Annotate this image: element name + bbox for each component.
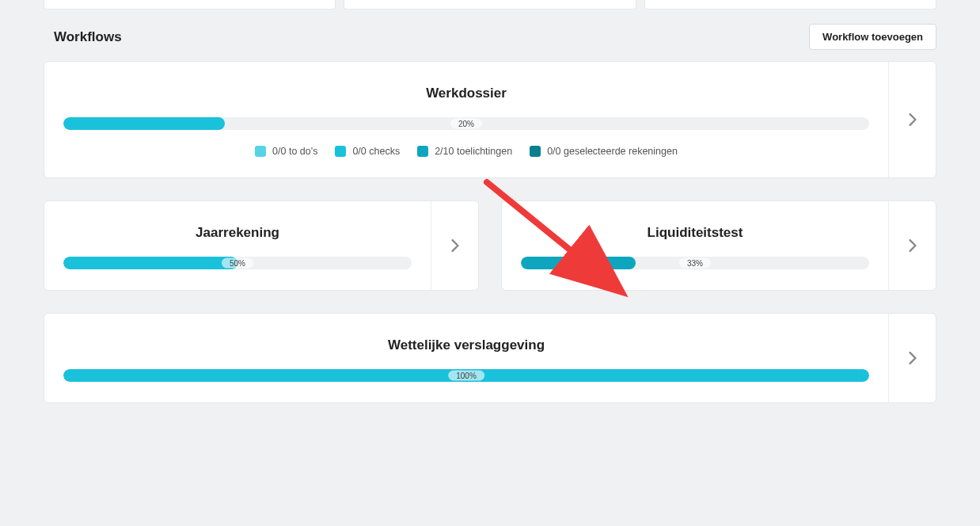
workflow-card-jaarrekening: Jaarrekening 50% (44, 200, 479, 291)
card-row: Jaarrekening 50% Liquiditeitstest 33% (44, 200, 936, 313)
progress-fill (521, 257, 636, 269)
top-card-stubs (0, 0, 980, 10)
progress-fill (63, 117, 225, 130)
expand-button[interactable] (888, 314, 936, 402)
legend-label: 2/10 toelichtingen (435, 146, 512, 157)
card-title: Liquiditeitstest (648, 225, 743, 241)
chevron-right-icon (909, 352, 917, 364)
legend: 0/0 to do's 0/0 checks 2/10 toelichtinge… (255, 146, 678, 157)
progress-bar: 20% (63, 117, 869, 130)
progress-percent-badge: 33% (679, 258, 711, 269)
progress-bar: 100% (63, 369, 869, 382)
expand-button[interactable] (888, 201, 936, 290)
legend-item-toelichtingen: 2/10 toelichtingen (417, 146, 512, 157)
chevron-right-icon (451, 239, 459, 252)
legend-label: 0/0 to do's (272, 146, 317, 157)
progress-fill (63, 257, 237, 269)
stub-card (644, 0, 936, 10)
workflow-card-werkdossier: Werkdossier 20% 0/0 to do's 0/0 checks 2… (44, 61, 936, 178)
section-header: Workflows Workflow toevoegen (0, 10, 980, 61)
progress-bar: 33% (521, 257, 869, 269)
expand-button[interactable] (888, 62, 936, 177)
card-title: Jaarrekening (196, 225, 279, 241)
card-body: Werkdossier 20% 0/0 to do's 0/0 checks 2… (44, 62, 888, 177)
legend-label: 0/0 geselecteerde rekeningen (547, 146, 678, 157)
chevron-right-icon (909, 239, 917, 252)
card-body: Wettelijke verslaggeving 100% (44, 314, 888, 402)
workflow-card-wettelijke: Wettelijke verslaggeving 100% (44, 313, 936, 403)
legend-label: 0/0 checks (352, 146, 400, 157)
add-workflow-button[interactable]: Workflow toevoegen (809, 24, 936, 50)
section-title: Workflows (54, 29, 122, 45)
legend-item-geselecteerde: 0/0 geselecteerde rekeningen (530, 146, 678, 157)
legend-swatch (417, 146, 428, 157)
stub-card (344, 0, 636, 10)
legend-swatch (255, 146, 266, 157)
card-body: Jaarrekening 50% (44, 201, 431, 290)
card-row: Wettelijke verslaggeving 100% (44, 313, 936, 425)
legend-swatch (335, 146, 346, 157)
card-title: Werkdossier (426, 86, 507, 101)
workflow-card-liquiditeitstest: Liquiditeitstest 33% (501, 200, 936, 291)
progress-percent-badge: 50% (222, 258, 253, 269)
legend-item-checks: 0/0 checks (335, 146, 400, 157)
legend-item-todos: 0/0 to do's (255, 146, 317, 157)
progress-percent-badge: 20% (450, 119, 482, 129)
expand-button[interactable] (431, 201, 478, 290)
legend-swatch (530, 146, 541, 157)
progress-percent-badge: 100% (448, 371, 484, 381)
chevron-right-icon (909, 113, 917, 126)
stub-card (44, 0, 336, 10)
card-title: Wettelijke verslaggeving (388, 337, 545, 353)
progress-bar: 50% (63, 257, 412, 269)
card-body: Liquiditeitstest 33% (502, 201, 888, 290)
